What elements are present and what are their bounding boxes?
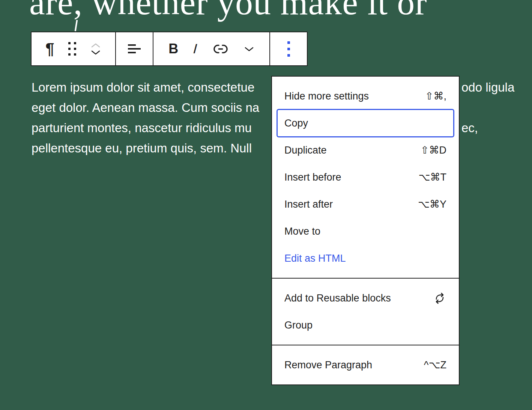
paragraph-line: pellentesque eu, pretium quis, sem. Null <box>32 138 259 158</box>
options-group <box>270 32 307 65</box>
reusable-block-icon <box>433 291 446 305</box>
menu-section-remove: Remove Paragraph ^⌥Z <box>272 345 459 384</box>
menu-item-label: Duplicate <box>284 145 327 156</box>
italic-button[interactable]: I <box>193 42 197 56</box>
menu-section-settings: Hide more settings ⇧⌘, Copy Duplicate ⇧⌘… <box>272 77 459 279</box>
chevron-down-icon <box>244 46 254 52</box>
paragraph-block-text[interactable]: Lorem ipsum dolor sit amet, consectetue … <box>32 77 259 158</box>
paragraph-line: Lorem ipsum dolor sit amet, consectetue <box>32 77 259 98</box>
paragraph-line-fragment: odo ligula <box>461 77 514 98</box>
bold-button[interactable]: B <box>168 42 178 56</box>
options-ellipsis-icon <box>287 39 290 59</box>
menu-item-hide-more-settings[interactable]: Hide more settings ⇧⌘, <box>272 83 459 110</box>
menu-item-shortcut: ⇧⌘D <box>421 144 446 156</box>
paragraph-line: parturient montes, nascetur ridiculus mu <box>32 118 259 138</box>
menu-item-group[interactable]: Group <box>272 312 459 339</box>
menu-item-shortcut: ⌥⌘T <box>418 171 446 183</box>
post-heading[interactable]: are, whether you make it or <box>29 0 427 23</box>
options-button[interactable] <box>287 39 290 59</box>
drag-handle-icon <box>68 42 76 56</box>
menu-item-duplicate[interactable]: Duplicate ⇧⌘D <box>272 137 459 164</box>
link-icon <box>212 42 229 56</box>
menu-item-edit-as-html[interactable]: Edit as HTML <box>272 245 459 272</box>
italic-icon: I <box>193 42 198 56</box>
block-options-menu: Hide more settings ⇧⌘, Copy Duplicate ⇧⌘… <box>271 76 460 385</box>
paragraph-block-button[interactable]: ¶ <box>45 41 54 57</box>
move-down-icon <box>90 50 101 56</box>
block-controls-group: ¶ <box>32 32 116 65</box>
block-toolbar: ¶ <box>31 32 308 66</box>
editor-canvas: are, whether you make it or ¶ <box>0 0 532 410</box>
menu-item-label: Move to <box>284 226 320 237</box>
block-mover <box>90 42 101 56</box>
menu-item-label: Group <box>284 320 313 331</box>
menu-item-shortcut: ⌥⌘Y <box>418 198 446 210</box>
link-button[interactable] <box>212 42 229 56</box>
menu-item-shortcut: ⇧⌘, <box>425 90 446 102</box>
menu-item-move-to[interactable]: Move to <box>272 218 459 245</box>
paragraph-block-icon: ¶ <box>45 41 54 57</box>
move-down-button[interactable] <box>90 50 101 56</box>
menu-item-remove-paragraph[interactable]: Remove Paragraph ^⌥Z <box>272 351 459 378</box>
menu-item-label: Remove Paragraph <box>284 359 372 371</box>
menu-item-label: Hide more settings <box>284 90 369 102</box>
menu-section-reusable: Add to Reusable blocks Group <box>272 279 459 345</box>
menu-item-label: Insert after <box>284 199 333 210</box>
bold-icon: B <box>168 42 178 56</box>
menu-item-label: Insert before <box>284 172 341 183</box>
menu-item-shortcut: ^⌥Z <box>424 359 446 371</box>
move-up-icon <box>90 42 101 48</box>
paragraph-line-fragment: ec, <box>461 118 478 138</box>
menu-item-add-to-reusable-blocks[interactable]: Add to Reusable blocks <box>272 285 459 312</box>
menu-item-label: Copy <box>284 118 308 129</box>
menu-item-label: Edit as HTML <box>284 253 346 264</box>
menu-item-insert-after[interactable]: Insert after ⌥⌘Y <box>272 191 459 218</box>
menu-item-copy[interactable]: Copy <box>272 110 459 137</box>
menu-item-label: Add to Reusable blocks <box>284 292 391 304</box>
align-text-button[interactable] <box>128 43 141 54</box>
drag-handle[interactable] <box>68 42 76 56</box>
alignment-group <box>116 32 153 65</box>
formatting-group: B I <box>153 32 270 65</box>
align-text-left-icon <box>128 43 141 54</box>
paragraph-line: eget dolor. Aenean massa. Cum sociis na <box>32 98 259 118</box>
move-up-button[interactable] <box>90 42 101 48</box>
menu-item-insert-before[interactable]: Insert before ⌥⌘T <box>272 164 459 191</box>
more-formats-button[interactable] <box>244 46 254 52</box>
